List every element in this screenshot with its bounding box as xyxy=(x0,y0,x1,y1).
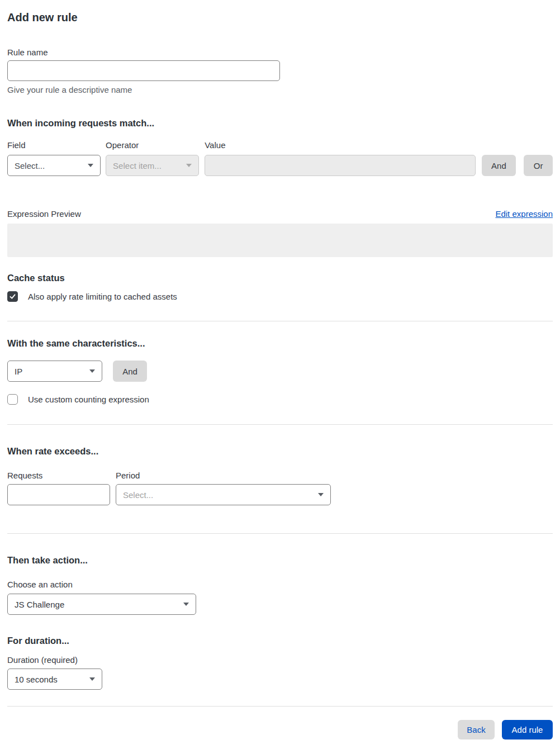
period-select-value: Select... xyxy=(123,490,153,500)
chevron-down-icon xyxy=(89,677,95,681)
section-divider xyxy=(7,533,553,534)
chevron-down-icon xyxy=(89,369,95,373)
add-rule-button[interactable]: Add rule xyxy=(502,720,553,739)
rate-heading: When rate exceeds... xyxy=(7,445,553,457)
match-section-heading: When incoming requests match... xyxy=(7,117,553,129)
custom-expression-row: Use custom counting expression xyxy=(7,394,553,405)
rate-labels-row: Requests Period xyxy=(7,471,553,481)
rule-name-input[interactable] xyxy=(7,60,280,81)
back-button[interactable]: Back xyxy=(458,720,495,739)
expression-preview-header: Expression Preview Edit expression xyxy=(7,208,553,220)
add-rule-form: Add new rule Rule name Give your rule a … xyxy=(0,0,560,747)
characteristic-select-value: IP xyxy=(15,367,22,376)
duration-label: Duration (required) xyxy=(7,655,553,665)
characteristics-row: IP And xyxy=(7,361,553,382)
action-select-value: JS Challenge xyxy=(15,600,64,609)
requests-label: Requests xyxy=(7,471,116,481)
action-heading: Then take action... xyxy=(7,554,553,566)
value-input xyxy=(205,155,475,176)
rule-name-section: Rule name Give your rule a descriptive n… xyxy=(7,48,553,95)
duration-select[interactable]: 10 seconds xyxy=(7,669,102,690)
custom-counting-checkbox-label: Use custom counting expression xyxy=(28,395,149,404)
field-select-value: Select... xyxy=(15,161,45,170)
chevron-down-icon xyxy=(88,164,93,167)
operator-select-value: Select item... xyxy=(113,161,162,170)
value-label: Value xyxy=(205,140,475,150)
period-select[interactable]: Select... xyxy=(116,484,331,505)
cache-status-heading: Cache status xyxy=(7,272,553,283)
edit-expression-link[interactable]: Edit expression xyxy=(495,208,553,220)
field-label: Field xyxy=(7,140,101,150)
characteristic-select[interactable]: IP xyxy=(7,361,102,382)
chevron-down-icon xyxy=(183,603,189,606)
choose-action-label: Choose an action xyxy=(7,580,553,590)
operator-select: Select item... xyxy=(106,155,199,176)
footer-actions: Back Add rule xyxy=(7,720,553,747)
field-column: Field Select... xyxy=(7,140,101,176)
requests-input[interactable] xyxy=(7,484,110,505)
chevron-down-icon xyxy=(186,164,192,167)
period-label: Period xyxy=(116,471,140,481)
add-characteristic-and-button[interactable]: And xyxy=(113,361,147,382)
field-select[interactable]: Select... xyxy=(7,155,101,176)
cached-assets-checkbox[interactable] xyxy=(7,291,18,302)
value-column: Value xyxy=(205,140,475,176)
expression-preview-box xyxy=(7,224,553,257)
rule-name-label: Rule name xyxy=(7,48,553,58)
page-title: Add new rule xyxy=(7,10,553,25)
or-button[interactable]: Or xyxy=(524,155,553,176)
expression-preview-label: Expression Preview xyxy=(7,208,81,220)
operator-column: Operator Select item... xyxy=(106,140,199,176)
footer-divider xyxy=(7,706,553,707)
chevron-down-icon xyxy=(318,493,324,496)
and-button[interactable]: And xyxy=(482,155,516,176)
operator-label: Operator xyxy=(106,140,199,150)
match-row: Field Select... Operator Select item... … xyxy=(7,140,553,176)
characteristics-heading: With the same characteristics... xyxy=(7,338,553,349)
custom-counting-checkbox[interactable] xyxy=(7,394,18,405)
duration-heading: For duration... xyxy=(7,635,553,646)
checkmark-icon xyxy=(9,293,16,300)
duration-select-value: 10 seconds xyxy=(15,675,58,684)
action-select[interactable]: JS Challenge xyxy=(7,594,196,615)
rate-inputs-row: Select... xyxy=(7,484,553,505)
section-divider xyxy=(7,424,553,425)
section-divider xyxy=(7,321,553,321)
cache-checkbox-row: Also apply rate limiting to cached asset… xyxy=(7,291,553,302)
rule-name-helper: Give your rule a descriptive name xyxy=(7,85,553,95)
cached-assets-checkbox-label: Also apply rate limiting to cached asset… xyxy=(28,292,177,301)
